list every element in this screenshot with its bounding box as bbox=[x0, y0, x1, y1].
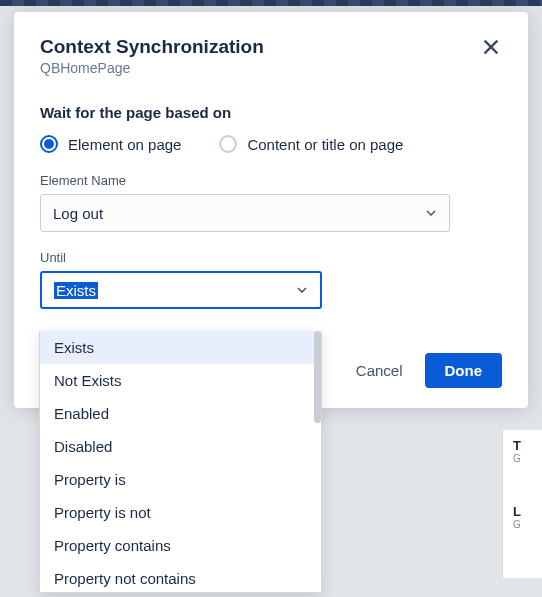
top-header-strip bbox=[0, 0, 542, 6]
radio-group: Element on page Content or title on page bbox=[40, 135, 502, 153]
close-icon[interactable] bbox=[480, 36, 502, 58]
element-name-value: Log out bbox=[53, 205, 103, 222]
radio-content-or-title[interactable]: Content or title on page bbox=[219, 135, 403, 153]
chevron-down-icon bbox=[423, 205, 439, 221]
modal-subtitle: QBHomePage bbox=[40, 60, 264, 76]
modal-title: Context Synchronization bbox=[40, 36, 264, 58]
dropdown-option-property-not-contains[interactable]: Property not contains bbox=[40, 562, 321, 593]
bg-text: T bbox=[513, 438, 532, 453]
element-name-label: Element Name bbox=[40, 173, 502, 188]
radio-icon-unselected bbox=[219, 135, 237, 153]
radio-label: Element on page bbox=[68, 136, 181, 153]
radio-icon-selected bbox=[40, 135, 58, 153]
done-button[interactable]: Done bbox=[425, 353, 503, 388]
radio-label: Content or title on page bbox=[247, 136, 403, 153]
dropdown-option-enabled[interactable]: Enabled bbox=[40, 397, 321, 430]
bg-text: G bbox=[513, 519, 532, 530]
dropdown-option-not-exists[interactable]: Not Exists bbox=[40, 364, 321, 397]
chevron-down-icon bbox=[294, 282, 310, 298]
bg-text: G bbox=[513, 453, 532, 464]
dropdown-option-exists[interactable]: Exists bbox=[40, 331, 321, 364]
until-value: Exists bbox=[54, 282, 98, 299]
dropdown-option-property-contains[interactable]: Property contains bbox=[40, 529, 321, 562]
bg-text: L bbox=[513, 504, 532, 519]
until-select[interactable]: Exists bbox=[40, 271, 322, 309]
background-panel: T G L G bbox=[502, 430, 542, 578]
radio-element-on-page[interactable]: Element on page bbox=[40, 135, 181, 153]
element-name-field: Element Name Log out bbox=[40, 173, 502, 232]
dropdown-option-property-is[interactable]: Property is bbox=[40, 463, 321, 496]
until-label: Until bbox=[40, 250, 502, 265]
until-dropdown: Exists Not Exists Enabled Disabled Prope… bbox=[39, 331, 322, 593]
until-field: Until Exists bbox=[40, 250, 502, 309]
dropdown-option-disabled[interactable]: Disabled bbox=[40, 430, 321, 463]
wait-for-label: Wait for the page based on bbox=[40, 104, 502, 121]
dropdown-option-property-is-not[interactable]: Property is not bbox=[40, 496, 321, 529]
element-name-select[interactable]: Log out bbox=[40, 194, 450, 232]
modal-header: Context Synchronization QBHomePage bbox=[40, 36, 502, 76]
cancel-button[interactable]: Cancel bbox=[352, 354, 407, 387]
scrollbar-thumb[interactable] bbox=[314, 331, 321, 423]
